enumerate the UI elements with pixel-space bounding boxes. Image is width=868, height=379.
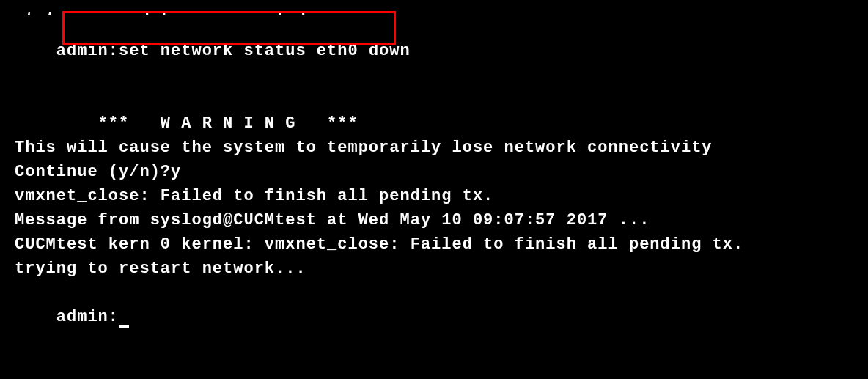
continue-prompt: Continue (y/n)?y [15,160,853,184]
prompt-prefix: admin: [56,42,119,60]
highlight-box [62,11,396,45]
vmxnet-msg: vmxnet_close: Failed to finish all pendi… [15,184,853,208]
restart-msg: trying to restart network... [15,257,853,281]
prompt-text: admin: [56,308,119,326]
warning-message: This will cause the system to temporaril… [15,136,853,160]
warning-banner: *** W A R N I N G *** [15,111,853,136]
final-prompt-line[interactable]: admin: [15,281,853,353]
partial-line: state mandatory up ¦ down [15,7,853,15]
command-text: set network status eth0 down [119,42,411,60]
cursor-icon [119,325,129,328]
command-line: admin:set network status eth0 down [15,15,853,111]
syslog-msg: Message from syslogd@CUCMtest at Wed May… [15,208,853,232]
terminal-output: state mandatory up ¦ down admin:set netw… [15,7,853,353]
kernel-msg: CUCMtest kern 0 kernel: vmxnet_close: Fa… [15,232,853,257]
